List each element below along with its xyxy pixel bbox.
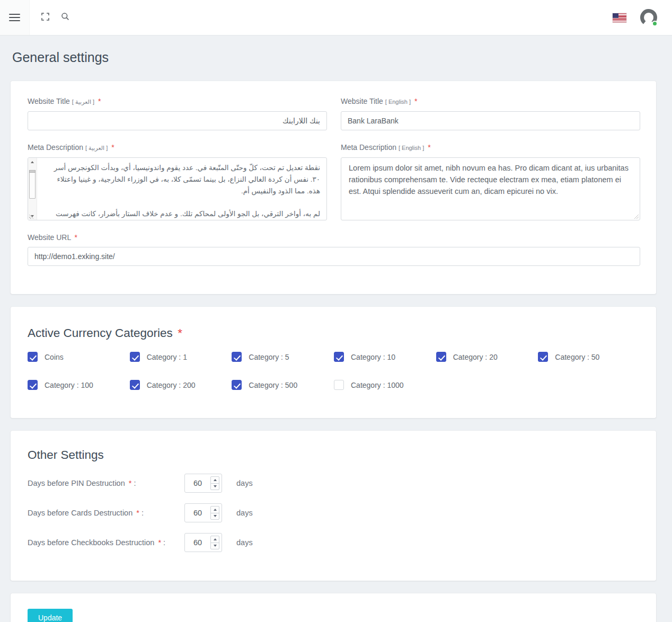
pin-destruction-row: Days before PIN Destruction * : 60 days [28, 474, 640, 493]
checkbox-icon[interactable] [232, 380, 242, 390]
unit-label: days [236, 538, 253, 547]
online-status-dot [652, 21, 658, 26]
checkbooks-destruction-stepper[interactable]: 60 [184, 533, 222, 552]
checkbox-icon[interactable] [130, 380, 140, 390]
meta-description-en-label: Meta Description [ English ] * [341, 143, 640, 153]
currency-checkbox-grid: Coins Category : 1 Category : 5 Category… [28, 352, 640, 390]
website-title-en-input[interactable] [341, 111, 640, 130]
meta-description-en-textarea[interactable]: Lorem ipsum dolor sit amet, nibh novum e… [341, 157, 640, 220]
top-navbar [0, 0, 672, 35]
meta-description-en-group: Meta Description [ English ] * Lorem ips… [341, 143, 640, 220]
cards-destruction-label: Days before Cards Destruction * : [28, 509, 184, 517]
language-flag-us-icon[interactable] [613, 13, 626, 22]
checkbox-icon[interactable] [538, 352, 548, 362]
website-title-en-label: Website Title [ English ] * [341, 97, 640, 106]
scroll-thumb-grip [29, 170, 36, 173]
checkbox-icon[interactable] [28, 352, 38, 362]
checkbox-category-20[interactable]: Category : 20 [436, 352, 538, 362]
website-url-label: Website URL * [28, 233, 640, 242]
currency-categories-heading: Active Currency Categories * [28, 326, 640, 340]
stepper-up-button[interactable] [211, 507, 219, 513]
website-url-input[interactable] [28, 247, 640, 266]
meta-description-ar-label: Meta Description [ العربية ] * [28, 143, 327, 153]
stepper-down-button[interactable] [211, 513, 219, 520]
checkbox-icon[interactable] [436, 352, 446, 362]
lang-tag-arabic: [ العربية ] [85, 145, 108, 151]
other-settings-card: Other Settings Days before PIN Destructi… [11, 431, 656, 581]
fullscreen-button[interactable] [41, 13, 49, 23]
stepper-value[interactable]: 60 [185, 504, 210, 522]
textarea-scrollbar[interactable] [28, 158, 37, 220]
checkbox-icon[interactable] [28, 380, 38, 390]
checkbox-icon[interactable] [334, 352, 344, 362]
required-asterisk: * [98, 97, 101, 105]
checkbox-category-1[interactable]: Category : 1 [130, 352, 232, 362]
scroll-up-button[interactable] [28, 158, 37, 166]
required-asterisk: * [158, 538, 161, 547]
checkbooks-destruction-label: Days before Checkbooks Destruction * : [28, 538, 184, 547]
hamburger-icon [9, 12, 20, 23]
stepper-down-button[interactable] [211, 543, 219, 549]
website-title-ar-input[interactable] [28, 111, 327, 130]
checkbox-category-50[interactable]: Category : 50 [538, 352, 640, 362]
checkbox-category-10[interactable]: Category : 10 [334, 352, 436, 362]
checkbox-category-1000[interactable]: Category : 1000 [334, 380, 436, 390]
meta-description-en-text: Lorem ipsum dolor sit amet, nibh novum e… [341, 158, 640, 220]
lang-tag-english: [ English ] [385, 99, 411, 105]
required-asterisk: * [428, 143, 430, 152]
form-actions-card: Update [11, 593, 656, 622]
lang-tag-arabic: [ العربية ] [72, 99, 94, 105]
required-asterisk: * [129, 479, 132, 487]
unit-label: days [236, 479, 253, 487]
pin-destruction-stepper[interactable]: 60 [184, 474, 222, 493]
required-asterisk: * [111, 143, 114, 152]
stepper-up-button[interactable] [211, 477, 219, 484]
checkbox-category-200[interactable]: Category : 200 [130, 380, 232, 390]
checkbox-icon[interactable] [130, 352, 140, 362]
main-content: General settings Website Title [ العربية… [0, 49, 672, 622]
required-asterisk: * [136, 509, 139, 517]
update-button[interactable]: Update [28, 609, 73, 622]
stepper-value[interactable]: 60 [185, 534, 210, 552]
other-settings-heading: Other Settings [28, 448, 640, 462]
stepper-up-button[interactable] [211, 536, 219, 543]
user-avatar[interactable] [639, 8, 658, 27]
website-title-ar-group: Website Title [ العربية ] * [28, 97, 327, 130]
stepper-down-button[interactable] [211, 484, 219, 490]
fullscreen-icon [41, 13, 49, 23]
sidebar-toggle-button[interactable] [0, 0, 30, 35]
website-title-ar-label: Website Title [ العربية ] * [28, 97, 327, 106]
search-icon [61, 12, 69, 23]
page-title: General settings [12, 49, 656, 65]
stepper-value[interactable]: 60 [185, 474, 210, 492]
checkbox-category-500[interactable]: Category : 500 [232, 380, 334, 390]
meta-description-ar-textarea[interactable]: نقطة تعديل تم تحت، كلّ وحتّى المتّبعة في… [28, 157, 327, 220]
checkbox-icon[interactable] [334, 380, 344, 390]
required-asterisk: * [178, 326, 182, 340]
pin-destruction-label: Days before PIN Destruction * : [28, 479, 184, 487]
general-settings-card: Website Title [ العربية ] * Website Titl… [11, 81, 656, 294]
checkbox-coins[interactable]: Coins [28, 352, 130, 362]
meta-description-ar-group: Meta Description [ العربية ] * نقطة تع [28, 143, 327, 220]
required-asterisk: * [75, 233, 77, 242]
meta-description-ar-text: نقطة تعديل تم تحت، كلّ وحتّى المتّبعة في… [37, 158, 326, 220]
checkbox-category-5[interactable]: Category : 5 [232, 352, 334, 362]
cards-destruction-stepper[interactable]: 60 [184, 503, 222, 522]
currency-categories-card: Active Currency Categories * Coins Categ… [11, 307, 656, 418]
lang-tag-english: [ English ] [399, 145, 424, 151]
website-title-en-group: Website Title [ English ] * [341, 97, 640, 130]
checkbox-category-100[interactable]: Category : 100 [28, 380, 130, 390]
checkbox-icon[interactable] [232, 352, 242, 362]
cards-destruction-row: Days before Cards Destruction * : 60 day… [28, 503, 640, 522]
unit-label: days [236, 509, 253, 517]
required-asterisk: * [414, 97, 417, 105]
scroll-thumb[interactable] [29, 170, 36, 199]
checkbooks-destruction-row: Days before Checkbooks Destruction * : 6… [28, 533, 640, 552]
search-button[interactable] [61, 12, 69, 23]
website-url-group: Website URL * [28, 233, 640, 266]
